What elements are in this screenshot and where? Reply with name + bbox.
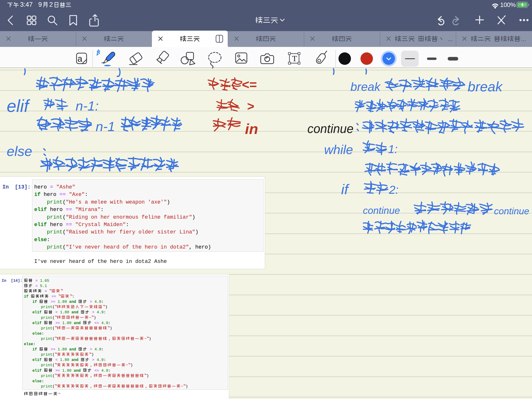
svg-text:~: ~ <box>144 337 147 341</box>
svg-text:(: ( <box>52 353 55 357</box>
svg-text:>=: >= <box>56 369 60 373</box>
svg-text:[13]:: [13]: <box>15 184 31 190</box>
svg-text::: : <box>104 310 106 315</box>
svg-text:<=: <= <box>242 77 257 92</box>
svg-text::: : <box>101 300 104 304</box>
svg-text:(: ( <box>52 384 55 389</box>
svg-text::: : <box>108 321 111 325</box>
svg-text:"Raised with her fiery older s: "Raised with her fiery older sister Lina… <box>66 229 195 235</box>
svg-text:==: == <box>66 222 72 228</box>
svg-text:(: ( <box>52 316 55 320</box>
svg-text::: : <box>101 347 104 352</box>
svg-text:else: else <box>7 143 32 159</box>
svg-text::: : <box>42 332 44 336</box>
svg-text:T: T <box>292 54 297 63</box>
svg-text:>=: >= <box>56 321 60 325</box>
svg-text:~: ~ <box>126 363 128 367</box>
svg-text:hero: hero <box>34 184 47 190</box>
svg-text:print: print <box>41 326 52 331</box>
svg-text:"He's a melee with weapon 'axe: "He's a melee with weapon 'axe'" <box>66 199 167 205</box>
svg-text:"Mirana": "Mirana" <box>75 207 101 213</box>
svg-text:1.80: 1.80 <box>56 347 67 352</box>
svg-text:=: = <box>50 184 53 190</box>
svg-text:elif: elif <box>32 321 42 325</box>
svg-text:"I've never heard of the hero: "I've never heard of the hero in dota2" <box>66 244 189 250</box>
svg-text:): ) <box>94 316 96 320</box>
svg-text:a: a <box>77 54 82 64</box>
svg-text:(: ( <box>63 244 66 250</box>
svg-text::: : <box>33 342 35 346</box>
svg-text:print: print <box>41 384 52 389</box>
svg-text:): ) <box>147 374 149 378</box>
svg-text:else: else <box>24 342 33 346</box>
svg-text:>: > <box>247 99 254 113</box>
svg-text:elif: elif <box>32 369 42 373</box>
svg-text:): ) <box>91 353 94 357</box>
svg-text:and: and <box>69 300 76 304</box>
svg-text:"Riding on her enormous feline: "Riding on her enormous feline familiar" <box>66 214 192 220</box>
svg-text:4.9: 4.9 <box>95 310 104 315</box>
svg-text:=: = <box>35 279 38 283</box>
svg-text:5.1: 5.1 <box>38 284 47 288</box>
svg-text:): ) <box>192 214 195 220</box>
svg-text:>: > <box>92 310 95 315</box>
svg-text:): ) <box>105 305 108 309</box>
svg-text:elif: elif <box>34 207 47 213</box>
svg-text:4.9: 4.9 <box>92 300 101 304</box>
svg-text::: : <box>47 237 50 243</box>
svg-text:elif: elif <box>7 96 30 115</box>
svg-text:>: > <box>90 300 92 304</box>
svg-text:3:47: 3:47 <box>20 1 33 8</box>
svg-text:(: ( <box>52 326 55 331</box>
svg-text:print: print <box>41 316 52 320</box>
svg-text:): ) <box>110 326 112 331</box>
svg-text:1.80: 1.80 <box>58 358 69 362</box>
svg-text:print: print <box>41 363 52 367</box>
svg-text:else: else <box>32 379 42 383</box>
svg-text:if: if <box>341 181 349 197</box>
svg-text::: : <box>108 369 111 373</box>
svg-text:"Crystal Maiden": "Crystal Maiden" <box>75 222 126 228</box>
svg-text:1.80: 1.80 <box>58 310 69 315</box>
svg-text:100%: 100% <box>500 1 516 8</box>
svg-text:break: break <box>350 80 381 94</box>
svg-text:print: print <box>47 244 63 250</box>
svg-text:4.9: 4.9 <box>95 358 104 362</box>
svg-text:(: ( <box>52 337 55 341</box>
svg-text:if: if <box>24 294 28 299</box>
svg-text:print: print <box>41 337 52 341</box>
svg-text:n-1:: n-1: <box>76 98 99 113</box>
svg-text:>: > <box>90 347 92 352</box>
svg-text:(: ( <box>52 305 55 309</box>
svg-text:else: else <box>34 237 47 243</box>
svg-text:): ) <box>130 363 133 367</box>
svg-text:hero: hero <box>47 207 66 213</box>
svg-text::: : <box>72 294 75 299</box>
svg-text:4.9: 4.9 <box>99 369 108 373</box>
svg-text:2:: 2: <box>389 184 399 196</box>
svg-text:(: ( <box>52 374 55 378</box>
svg-text:and: and <box>71 358 78 362</box>
svg-text:1:: 1: <box>388 143 398 155</box>
svg-text:=: = <box>35 284 38 288</box>
svg-text:hero: hero <box>40 192 59 198</box>
svg-text:...: ... <box>521 35 526 43</box>
svg-text:print: print <box>47 214 63 220</box>
svg-text:elif: elif <box>34 222 47 228</box>
svg-text:and: and <box>74 321 81 325</box>
svg-text:(: ( <box>63 229 66 235</box>
svg-text:if: if <box>32 300 37 304</box>
svg-text:): ) <box>186 384 188 389</box>
svg-text:1.65: 1.65 <box>38 279 49 283</box>
svg-text:1.80: 1.80 <box>60 321 71 325</box>
svg-text:2: 2 <box>49 1 53 8</box>
svg-text:): ) <box>167 199 170 205</box>
svg-text:continue: continue <box>307 122 354 136</box>
svg-text:=: = <box>44 289 47 293</box>
svg-text:and: and <box>69 347 76 352</box>
svg-text:if: if <box>34 192 40 198</box>
svg-text:==: == <box>51 294 56 299</box>
svg-text:and: and <box>71 310 78 315</box>
svg-text::: : <box>42 379 44 383</box>
svg-text:print: print <box>41 374 52 378</box>
